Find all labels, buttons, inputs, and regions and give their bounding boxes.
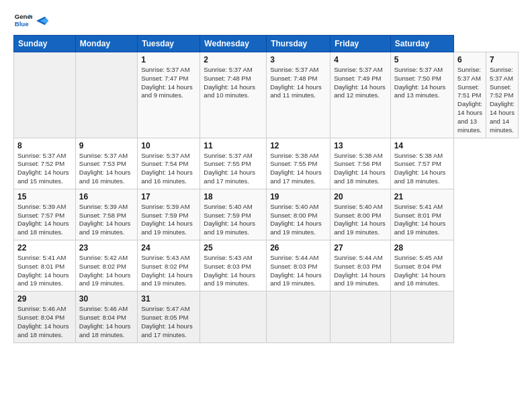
calendar-week-row: 1 Sunrise: 5:37 AMSunset: 7:47 PMDayligh… <box>14 52 519 138</box>
day-info: Sunrise: 5:37 AMSunset: 7:53 PMDaylight:… <box>79 152 134 186</box>
day-number: 4 <box>334 55 387 64</box>
calendar-day-cell <box>200 291 267 342</box>
calendar-header-day: Thursday <box>267 36 330 52</box>
day-number: 17 <box>141 192 196 201</box>
day-info: Sunrise: 5:41 AMSunset: 8:01 PMDaylight:… <box>394 203 450 237</box>
calendar-header-day: Saturday <box>390 36 453 52</box>
day-info: Sunrise: 5:37 AMSunset: 7:48 PMDaylight:… <box>270 66 326 100</box>
day-number: 7 <box>490 55 515 64</box>
calendar-day-cell: 12 Sunrise: 5:38 AMSunset: 7:55 PMDaylig… <box>267 138 330 189</box>
day-number: 12 <box>270 141 326 150</box>
logo: General Blue <box>13 11 48 30</box>
day-info: Sunrise: 5:37 AMSunset: 7:47 PMDaylight:… <box>141 66 196 100</box>
day-info: Sunrise: 5:38 AMSunset: 7:56 PMDaylight:… <box>334 152 387 186</box>
calendar-day-cell: 30 Sunrise: 5:46 AMSunset: 8:04 PMDaylig… <box>75 291 137 342</box>
day-info: Sunrise: 5:37 AMSunset: 7:52 PMDaylight:… <box>490 66 515 135</box>
calendar-day-cell: 1 Sunrise: 5:37 AMSunset: 7:47 PMDayligh… <box>138 52 200 138</box>
calendar-day-cell: 7 Sunrise: 5:37 AMSunset: 7:52 PMDayligh… <box>486 52 518 138</box>
day-number: 2 <box>204 55 263 64</box>
day-info: Sunrise: 5:37 AMSunset: 7:52 PMDaylight:… <box>17 152 72 186</box>
day-number: 3 <box>270 55 326 64</box>
calendar-day-cell <box>330 291 391 342</box>
calendar-day-cell: 15 Sunrise: 5:39 AMSunset: 7:57 PMDaylig… <box>14 189 76 240</box>
calendar-day-cell: 2 Sunrise: 5:37 AMSunset: 7:48 PMDayligh… <box>200 52 267 138</box>
day-number: 24 <box>141 243 196 253</box>
day-number: 26 <box>270 243 326 253</box>
day-info: Sunrise: 5:42 AMSunset: 8:02 PMDaylight:… <box>79 254 134 288</box>
day-number: 31 <box>141 294 196 304</box>
day-number: 20 <box>334 192 387 201</box>
day-info: Sunrise: 5:37 AMSunset: 7:54 PMDaylight:… <box>141 152 196 186</box>
day-info: Sunrise: 5:37 AMSunset: 7:50 PMDaylight:… <box>394 66 450 100</box>
calendar-header-day: Friday <box>330 36 391 52</box>
day-number: 19 <box>270 192 326 201</box>
header: General Blue <box>13 11 519 30</box>
day-info: Sunrise: 5:41 AMSunset: 8:01 PMDaylight:… <box>17 254 72 288</box>
logo-icon: General Blue <box>13 11 32 30</box>
calendar-header-day: Tuesday <box>138 36 200 52</box>
day-info: Sunrise: 5:44 AMSunset: 8:03 PMDaylight:… <box>334 254 387 288</box>
day-info: Sunrise: 5:46 AMSunset: 8:04 PMDaylight:… <box>79 305 134 339</box>
day-number: 1 <box>141 55 196 64</box>
calendar-day-cell: 6 Sunrise: 5:37 AMSunset: 7:51 PMDayligh… <box>454 52 486 138</box>
calendar-day-cell: 31 Sunrise: 5:47 AMSunset: 8:05 PMDaylig… <box>138 291 200 342</box>
calendar-day-cell: 11 Sunrise: 5:37 AMSunset: 7:55 PMDaylig… <box>200 138 267 189</box>
calendar-week-row: 8 Sunrise: 5:37 AMSunset: 7:52 PMDayligh… <box>14 138 519 189</box>
day-number: 9 <box>79 141 134 150</box>
calendar-day-cell <box>267 291 330 342</box>
day-info: Sunrise: 5:37 AMSunset: 7:49 PMDaylight:… <box>334 66 387 100</box>
calendar-table: SundayMondayTuesdayWednesdayThursdayFrid… <box>13 35 519 343</box>
calendar-day-cell: 29 Sunrise: 5:46 AMSunset: 8:04 PMDaylig… <box>14 291 76 342</box>
day-info: Sunrise: 5:47 AMSunset: 8:05 PMDaylight:… <box>141 305 196 339</box>
calendar-day-cell <box>75 52 137 138</box>
day-number: 30 <box>79 294 134 304</box>
day-info: Sunrise: 5:40 AMSunset: 8:00 PMDaylight:… <box>270 203 326 237</box>
calendar-day-cell: 20 Sunrise: 5:40 AMSunset: 8:00 PMDaylig… <box>330 189 391 240</box>
calendar-header-day: Wednesday <box>200 36 267 52</box>
day-info: Sunrise: 5:37 AMSunset: 7:48 PMDaylight:… <box>204 66 263 100</box>
svg-text:Blue: Blue <box>15 20 29 28</box>
calendar-week-row: 22 Sunrise: 5:41 AMSunset: 8:01 PMDaylig… <box>14 240 519 291</box>
calendar-day-cell: 10 Sunrise: 5:37 AMSunset: 7:54 PMDaylig… <box>138 138 200 189</box>
calendar-day-cell: 22 Sunrise: 5:41 AMSunset: 8:01 PMDaylig… <box>14 240 76 291</box>
day-info: Sunrise: 5:37 AMSunset: 7:55 PMDaylight:… <box>204 152 263 186</box>
day-number: 25 <box>204 243 263 253</box>
page: General Blue SundayM <box>0 0 532 411</box>
calendar-day-cell: 23 Sunrise: 5:42 AMSunset: 8:02 PMDaylig… <box>75 240 137 291</box>
day-info: Sunrise: 5:46 AMSunset: 8:04 PMDaylight:… <box>17 305 72 339</box>
calendar-day-cell: 17 Sunrise: 5:39 AMSunset: 7:59 PMDaylig… <box>138 189 200 240</box>
day-info: Sunrise: 5:43 AMSunset: 8:02 PMDaylight:… <box>141 254 196 288</box>
calendar-day-cell: 16 Sunrise: 5:39 AMSunset: 7:58 PMDaylig… <box>75 189 137 240</box>
calendar-day-cell: 21 Sunrise: 5:41 AMSunset: 8:01 PMDaylig… <box>390 189 453 240</box>
day-info: Sunrise: 5:38 AMSunset: 7:57 PMDaylight:… <box>394 152 450 186</box>
calendar-day-cell: 3 Sunrise: 5:37 AMSunset: 7:48 PMDayligh… <box>267 52 330 138</box>
day-info: Sunrise: 5:43 AMSunset: 8:03 PMDaylight:… <box>204 254 263 288</box>
day-number: 5 <box>394 55 450 64</box>
calendar-header-day: Monday <box>75 36 137 52</box>
day-info: Sunrise: 5:39 AMSunset: 7:59 PMDaylight:… <box>141 203 196 237</box>
day-number: 14 <box>394 141 450 150</box>
day-number: 10 <box>141 141 196 150</box>
calendar-day-cell: 19 Sunrise: 5:40 AMSunset: 8:00 PMDaylig… <box>267 189 330 240</box>
day-number: 29 <box>17 294 72 304</box>
calendar-header-day: Sunday <box>14 36 76 52</box>
calendar-day-cell: 26 Sunrise: 5:44 AMSunset: 8:03 PMDaylig… <box>267 240 330 291</box>
calendar-day-cell: 9 Sunrise: 5:37 AMSunset: 7:53 PMDayligh… <box>75 138 137 189</box>
day-number: 6 <box>457 55 482 64</box>
day-info: Sunrise: 5:40 AMSunset: 8:00 PMDaylight:… <box>334 203 387 237</box>
day-number: 21 <box>394 192 450 201</box>
calendar-day-cell <box>390 291 453 342</box>
day-number: 27 <box>334 243 387 253</box>
day-number: 16 <box>79 192 134 201</box>
calendar-day-cell: 18 Sunrise: 5:40 AMSunset: 7:59 PMDaylig… <box>200 189 267 240</box>
calendar-header: SundayMondayTuesdayWednesdayThursdayFrid… <box>14 36 519 52</box>
day-number: 15 <box>17 192 72 201</box>
day-info: Sunrise: 5:38 AMSunset: 7:55 PMDaylight:… <box>270 152 326 186</box>
logo-arrow <box>36 16 48 26</box>
calendar-day-cell: 8 Sunrise: 5:37 AMSunset: 7:52 PMDayligh… <box>14 138 76 189</box>
calendar-day-cell: 25 Sunrise: 5:43 AMSunset: 8:03 PMDaylig… <box>200 240 267 291</box>
calendar-day-cell: 13 Sunrise: 5:38 AMSunset: 7:56 PMDaylig… <box>330 138 391 189</box>
day-number: 28 <box>394 243 450 253</box>
day-info: Sunrise: 5:39 AMSunset: 7:57 PMDaylight:… <box>17 203 72 237</box>
calendar-week-row: 15 Sunrise: 5:39 AMSunset: 7:57 PMDaylig… <box>14 189 519 240</box>
